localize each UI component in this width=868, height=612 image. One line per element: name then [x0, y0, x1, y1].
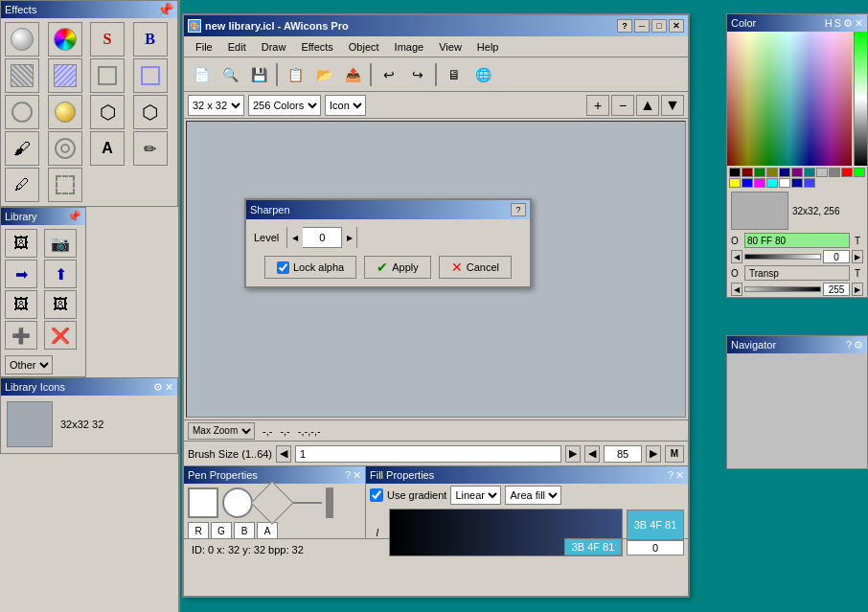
color-h[interactable]: H: [825, 17, 833, 30]
color-value-strip[interactable]: [854, 32, 867, 166]
spinner-inc[interactable]: ▶: [341, 227, 356, 248]
toolbar-screen[interactable]: 🖥: [441, 61, 468, 88]
pen-c[interactable]: B: [234, 522, 255, 539]
swatch-darkgreen[interactable]: [754, 168, 765, 177]
swatch-silver[interactable]: [816, 168, 828, 177]
color-close[interactable]: ✕: [855, 17, 863, 30]
effect-pattern1[interactable]: [5, 58, 39, 93]
pen-a[interactable]: R: [188, 522, 209, 539]
lib-icon-1[interactable]: 🖼: [5, 229, 37, 258]
brush-slider[interactable]: 1: [295, 445, 561, 463]
effect-select[interactable]: [48, 168, 82, 202]
brush-inc2[interactable]: ▶: [646, 445, 661, 463]
nav-minus[interactable]: −: [611, 95, 634, 116]
pen-shape-tall[interactable]: [326, 487, 333, 518]
minimize-button[interactable]: ─: [634, 19, 650, 33]
brush-max[interactable]: M: [665, 445, 684, 463]
toolbar-globe[interactable]: 🌐: [469, 61, 496, 88]
menu-image[interactable]: Image: [387, 39, 432, 55]
swatch-white[interactable]: [779, 178, 790, 188]
pen-shape-circle[interactable]: [222, 487, 253, 518]
swatch-cyan[interactable]: [766, 178, 778, 188]
swatch-darkmagenta[interactable]: [791, 168, 803, 177]
effect-square[interactable]: [90, 58, 125, 93]
spinner-dec[interactable]: ◀: [287, 227, 303, 248]
effect-hex2[interactable]: ⬡: [133, 95, 168, 129]
effect-sphere[interactable]: [5, 22, 39, 57]
effect-target[interactable]: [48, 131, 82, 166]
lib-icon-4[interactable]: 🖼: [44, 290, 77, 319]
toolbar-search[interactable]: 🔍: [217, 61, 243, 88]
toolbar-copy[interactable]: 📋: [282, 61, 308, 88]
lib-icons-config[interactable]: ⚙: [153, 381, 163, 394]
brush-inc[interactable]: ▶: [565, 445, 581, 463]
lib-icon-2[interactable]: 📷: [44, 229, 77, 258]
cancel-button[interactable]: ✕ Cancel: [439, 256, 512, 279]
menu-effects[interactable]: Effects: [293, 39, 340, 55]
nav-help[interactable]: ?: [846, 339, 852, 351]
pen-b[interactable]: G: [211, 522, 232, 539]
other-dropdown[interactable]: Other: [5, 355, 53, 374]
swatch-magenta[interactable]: [754, 178, 765, 188]
swatch-blue[interactable]: [742, 178, 753, 188]
color-config[interactable]: ⚙: [843, 17, 853, 30]
lib-icon-delete[interactable]: ❌: [44, 321, 77, 350]
toolbar-save[interactable]: 💾: [245, 61, 272, 88]
effect-pencil[interactable]: ✏: [133, 131, 168, 166]
brush-dec2[interactable]: ◀: [584, 445, 600, 463]
effect-square2[interactable]: [133, 58, 168, 93]
effect-sphere2[interactable]: [48, 95, 82, 129]
colors-dropdown[interactable]: 256 Colors: [248, 95, 321, 116]
library-pin[interactable]: 📌: [67, 210, 81, 223]
apply-button[interactable]: ✔ Apply: [364, 256, 431, 279]
menu-edit[interactable]: Edit: [220, 39, 254, 55]
brush-dec[interactable]: ◀: [276, 445, 291, 463]
pen-shape-line[interactable]: [291, 502, 322, 504]
zoom-dropdown[interactable]: Max Zoom: [188, 422, 255, 440]
effect-text[interactable]: A: [90, 131, 125, 166]
pen-close[interactable]: ✕: [353, 469, 361, 482]
transp-slider[interactable]: [744, 286, 821, 292]
swatch-black[interactable]: [729, 168, 741, 177]
effect-s[interactable]: S: [90, 22, 125, 57]
effect-circle[interactable]: [5, 95, 39, 129]
swatch-darkyellow[interactable]: [766, 168, 778, 177]
effect-pattern2[interactable]: [48, 58, 82, 93]
color-gradient[interactable]: [727, 32, 852, 166]
transp-slider-right[interactable]: ▶: [852, 283, 863, 296]
color-slider-left[interactable]: ◀: [731, 250, 742, 263]
gradient-checkbox[interactable]: [370, 488, 383, 502]
toolbar-redo[interactable]: ↪: [404, 61, 431, 88]
lock-alpha-checkbox[interactable]: [277, 261, 289, 274]
fill-gradient-preview[interactable]: 3B 4F 81: [389, 509, 623, 556]
transp-slider-left[interactable]: ◀: [731, 283, 742, 296]
lib-icon-arrow-right[interactable]: ➡: [5, 260, 37, 288]
color-s[interactable]: S: [834, 17, 841, 30]
help-button[interactable]: ?: [617, 19, 632, 33]
lock-alpha-label[interactable]: Lock alpha: [264, 256, 356, 279]
pen-shape-diamond[interactable]: [250, 481, 293, 524]
dialog-help-btn[interactable]: ?: [511, 203, 526, 216]
effect-brush[interactable]: 🖌: [5, 131, 39, 166]
toolbar-new[interactable]: 📄: [188, 61, 215, 88]
effect-b[interactable]: B: [133, 22, 168, 57]
effect-colorize[interactable]: [48, 22, 82, 57]
color-gradient-area[interactable]: [727, 32, 867, 166]
lib-icon-3[interactable]: 🖼: [5, 290, 37, 319]
nav-down[interactable]: ▼: [661, 95, 684, 116]
swatch-yellow[interactable]: [729, 178, 741, 188]
swatch-lime[interactable]: [854, 168, 865, 177]
menu-draw[interactable]: Draw: [254, 39, 294, 55]
nav-plus[interactable]: +: [586, 95, 609, 116]
swatch-darkred[interactable]: [742, 168, 753, 177]
area-fill-select[interactable]: Area fill: [505, 486, 561, 505]
effect-hex[interactable]: ⬡: [90, 95, 125, 129]
swatch-red[interactable]: [841, 168, 853, 177]
color-slider[interactable]: [744, 254, 821, 260]
toolbar-open[interactable]: 📂: [310, 61, 337, 88]
swatch-lightblue[interactable]: [804, 178, 815, 188]
pen-shape-square[interactable]: [188, 487, 218, 518]
swatch-gray[interactable]: [829, 168, 840, 177]
menu-file[interactable]: File: [188, 39, 220, 55]
effect-pen[interactable]: 🖊: [5, 168, 39, 202]
